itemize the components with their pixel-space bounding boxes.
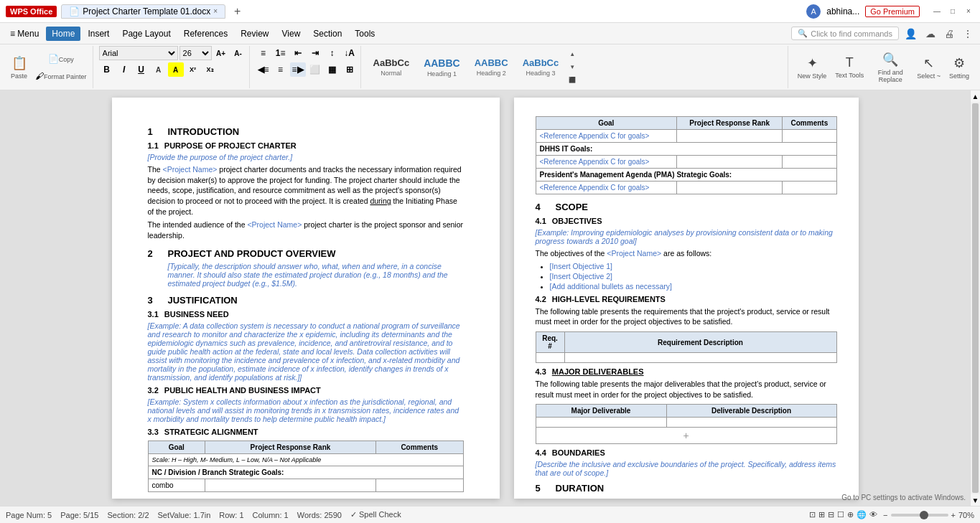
minimize-button[interactable]: — — [931, 6, 943, 17]
menu-button[interactable]: ≡ Menu — [4, 27, 45, 41]
view-icon-3[interactable]: ⊟ — [828, 510, 834, 519]
table-header-rank: Project Response Rank — [205, 440, 376, 453]
user-name: abhina... — [826, 6, 859, 17]
menu-bar: ≡ Menu Home Insert Page Layout Reference… — [0, 23, 980, 44]
objective-1: [Insert Objective 1] — [550, 262, 837, 270]
view-icon-5[interactable]: ⊕ — [847, 510, 854, 519]
scroll-thumb[interactable] — [972, 103, 979, 493]
vertical-scrollbar[interactable]: ▲ ▼ — [970, 90, 980, 506]
view-icon-2[interactable]: ⊞ — [818, 510, 825, 519]
print-icon[interactable]: 🖨 — [941, 27, 957, 41]
superscript-button[interactable]: X² — [185, 62, 201, 77]
menu-item-section[interactable]: Section — [307, 27, 347, 41]
text-tools-button[interactable]: T Text Tools — [831, 47, 867, 88]
close-window-button[interactable]: × — [963, 6, 974, 17]
gallery-down-button[interactable]: ▼ — [566, 62, 578, 73]
purpose-placeholder: [Provide the purpose of the project char… — [148, 153, 464, 161]
pma-label: President's Management Agenda (PMA) Stra… — [536, 169, 836, 182]
style-heading2[interactable]: AABBC Heading 2 — [468, 49, 515, 86]
view-icon-7[interactable]: 👁 — [869, 510, 877, 519]
section-4-3: 4.3 MAJOR DELIVERABLES The following tab… — [536, 367, 837, 444]
menu-item-home[interactable]: Home — [46, 27, 80, 41]
subscript-button[interactable]: X₂ — [202, 62, 218, 77]
add-tab-button[interactable]: + — [230, 5, 245, 18]
zoom-in-button[interactable]: + — [951, 511, 956, 519]
new-style-button[interactable]: ✦ New Style — [794, 47, 831, 88]
borders-button[interactable]: ⊞ — [342, 62, 358, 77]
italic-button[interactable]: I — [116, 62, 132, 77]
copy-button[interactable]: 📄 Copy — [32, 51, 90, 67]
font-name-select[interactable]: Arial — [99, 46, 178, 60]
font-color-button[interactable]: A — [151, 62, 167, 77]
highlight-button[interactable]: A — [168, 62, 184, 77]
setting-icon: ⚙ — [953, 55, 965, 71]
numbering-button[interactable]: 1≡ — [273, 46, 289, 60]
scroll-up-button[interactable]: ▲ — [971, 90, 980, 102]
section-4: 4 SCOPE — [536, 202, 837, 212]
align-right-button[interactable]: ≡▶ — [290, 62, 306, 77]
share-icon[interactable]: 👤 — [902, 27, 920, 41]
decrease-indent-button[interactable]: ⇤ — [290, 46, 306, 60]
objectives-placeholder: [Example: Improving epidemiologic analys… — [536, 228, 837, 245]
view-icon-4[interactable]: ☐ — [837, 510, 844, 519]
format-painter-button[interactable]: 🖌 Format Painter — [32, 68, 90, 84]
setting-button[interactable]: ⚙ Setting — [946, 47, 973, 88]
style-gallery: AaBbCc Normal AABBC Heading 1 AABBC Head… — [364, 46, 788, 88]
style-heading3[interactable]: AaBbCc Heading 3 — [516, 49, 566, 86]
toolbar: 📋 Paste 📄 Copy 🖌 Format Painter Arial 26… — [0, 44, 980, 90]
bold-button[interactable]: B — [99, 62, 115, 77]
style-heading1[interactable]: AABBC Heading 1 — [417, 49, 467, 86]
underline-button[interactable]: U — [134, 62, 149, 77]
word-count-status: Words: 2590 — [297, 511, 342, 519]
menu-item-insert[interactable]: Insert — [82, 27, 115, 41]
page-num-status: Page Num: 5 — [6, 511, 52, 519]
decrease-font-button[interactable]: A- — [230, 46, 246, 60]
zoom-controls: − + 70% — [883, 511, 974, 519]
gallery-expand-button[interactable]: ⬛ — [566, 75, 578, 86]
business-need-placeholder: [Example: A data collection system is ne… — [148, 321, 464, 382]
objective-3: [Add additional bullets as necessary] — [550, 282, 837, 291]
column-button[interactable]: ▦ — [325, 62, 340, 77]
view-icon-1[interactable]: ⊡ — [809, 510, 816, 519]
status-bar-right: ⊡ ⊞ ⊟ ☐ ⊕ 🌐 👁 − + 70% — [809, 510, 974, 519]
spell-check-status[interactable]: ✓ Spell Check — [350, 510, 401, 519]
bullets-button[interactable]: ≡ — [256, 46, 271, 60]
line-spacing-button[interactable]: ↕ — [325, 46, 340, 60]
scroll-down-button[interactable]: ▼ — [971, 494, 980, 506]
align-center-button[interactable]: ≡ — [273, 62, 289, 77]
menu-item-references[interactable]: References — [178, 27, 233, 41]
zoom-out-button[interactable]: − — [883, 511, 887, 519]
more-options-icon[interactable]: ⋮ — [960, 27, 976, 41]
font-size-select[interactable]: 26 — [179, 46, 212, 60]
menu-item-view[interactable]: View — [276, 27, 307, 41]
gallery-up-button[interactable]: ▲ — [566, 49, 578, 60]
view-icon-6[interactable]: 🌐 — [857, 510, 867, 519]
pma-ref-cell: <Reference Appendix C for goals> — [536, 182, 677, 194]
increase-font-button[interactable]: A+ — [213, 46, 229, 60]
maximize-button[interactable]: □ — [947, 6, 958, 17]
justify-button[interactable]: ⬜ — [307, 62, 323, 77]
align-left-button[interactable]: ◀≡ — [256, 62, 271, 77]
search-command[interactable]: 🔍 Click to find commands — [791, 27, 899, 40]
font-format-row: B I U A A X² X₂ — [99, 62, 218, 77]
sort-button[interactable]: ↓A — [342, 46, 358, 60]
close-tab-button[interactable]: × — [213, 7, 218, 15]
increase-indent-button[interactable]: ⇥ — [307, 46, 323, 60]
select-button[interactable]: ↖ Select ~ — [913, 47, 944, 88]
font-name-row: Arial 26 A+ A- — [99, 46, 246, 60]
menu-item-review[interactable]: Review — [235, 27, 274, 41]
deliv-add-row: + — [536, 428, 836, 444]
ref-appendix-c: <Reference Appendix C for goals> — [536, 130, 677, 143]
menu-item-page-layout[interactable]: Page Layout — [116, 27, 176, 41]
clipboard-group: 📋 Paste 📄 Copy 🖌 Format Painter — [4, 46, 93, 88]
paste-button[interactable]: 📋 Paste — [7, 47, 31, 88]
menu-item-tools[interactable]: Tools — [349, 27, 381, 41]
zoom-slider[interactable] — [891, 514, 948, 517]
cloud-icon[interactable]: ☁ — [923, 27, 938, 41]
styles-container: AaBbCc Normal AABBC Heading 1 AABBC Head… — [367, 49, 579, 86]
find-replace-button[interactable]: 🔍 Find and Replace — [869, 47, 912, 88]
go-premium-button[interactable]: Go Premium — [865, 6, 920, 17]
style-normal[interactable]: AaBbCc Normal — [367, 49, 416, 86]
document-tab[interactable]: 📄 Project Charter Template 01.docx × — [61, 4, 225, 19]
new-style-icon: ✦ — [807, 55, 818, 71]
